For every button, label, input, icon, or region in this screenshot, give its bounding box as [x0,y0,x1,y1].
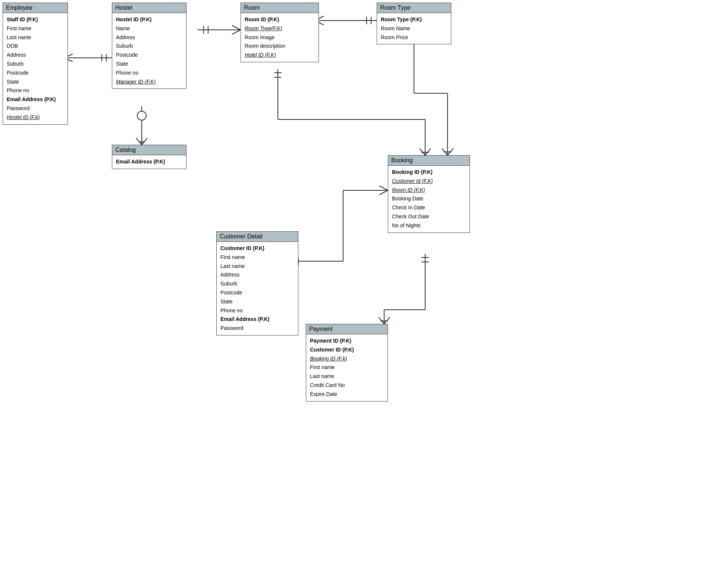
svg-point-7 [137,111,146,120]
customerdetail-entity: Customer Detail Customer ID (P.K) First … [216,231,298,335]
svg-line-29 [425,149,431,155]
room-field-hotelid: Hotel ID (F.K) [245,51,315,60]
hostel-field-managerid: Manager ID (F.K) [116,78,182,87]
employee-entity: Employee Staff ID (P.K) First name Last … [3,3,68,125]
booking-entity: Booking Booking ID (P.K) Customer Id (F.… [388,155,470,233]
catalog-field-email: Email Address (P.K) [116,157,182,166]
svg-line-35 [448,149,453,155]
payment-field-creditcard: Credit Card No [310,381,384,390]
booking-field-id: Booking ID (P.K) [392,168,466,177]
room-header: Room [241,3,318,13]
employee-field-phone: Phone no [7,86,64,95]
hostel-field-phone: Phone no [116,69,182,78]
hostel-field-suburb: Suburb [116,42,182,51]
room-field-type: Room Type(F.K) [245,24,315,33]
room-entity: Room Room ID (P.K) Room Type(F.K) Room I… [241,3,319,62]
booking-field-roomid: Room ID (F.K) [392,186,466,195]
customerdetail-field-suburb: Suburb [220,280,294,288]
room-field-image: Room Image [245,33,315,42]
payment-field-customerid: Customer ID (P.K) [310,346,384,355]
room-field-id: Room ID (P.K) [245,15,315,24]
payment-body: Payment ID (P.K) Customer ID (P.K) Booki… [306,334,387,401]
booking-field-bookingdate: Booking Date [392,194,466,203]
svg-line-51 [384,317,390,324]
booking-field-nights: No of Nights [392,221,466,230]
roomtype-field-name: Room Name [381,24,447,33]
payment-field-paymentid: Payment ID (P.K) [310,337,384,346]
svg-line-9 [142,138,147,145]
customerdetail-field-firstname: First name [220,253,294,262]
booking-header: Booking [388,156,470,166]
svg-line-43 [379,190,388,195]
svg-line-42 [379,186,388,190]
payment-field-bookingid: Booking ID (F.k) [310,355,384,363]
hostel-field-id: Hostel ID (P.K) [116,15,182,24]
svg-line-50 [379,317,384,324]
customerdetail-field-postcode: Postcode [220,288,294,297]
booking-field-checkin: Check In Date [392,203,466,212]
svg-line-34 [442,149,448,155]
svg-line-14 [232,25,241,30]
hostel-field-name: Name [116,24,182,33]
roomtype-entity: Room Type Room Type (P.K) Room Name Room… [377,3,451,44]
hostel-field-state: State [116,60,182,69]
hostel-entity: Hostel Hostel ID (P.K) Name Address Subu… [112,3,186,89]
customerdetail-field-lastname: Last name [220,262,294,271]
catalog-entity: Catalog Email Address (P.K) [112,145,186,169]
employee-body: Staff ID (P.K) First name Last name DOB … [3,13,68,124]
roomtype-field-price: Room Price [381,33,447,42]
customerdetail-body: Customer ID (P.K) First name Last name A… [217,242,298,335]
customerdetail-field-phone: Phone no [220,306,294,315]
employee-field-postcode: Postcode [7,69,64,78]
customerdetail-field-address: Address [220,271,294,280]
payment-field-lastname: Last name [310,372,384,381]
customerdetail-header: Customer Detail [217,232,298,242]
payment-entity: Payment Payment ID (P.K) Customer ID (P.… [306,324,388,402]
hostel-field-address: Address [116,33,182,42]
employee-field-lastname: Last name [7,33,64,42]
customerdetail-field-state: State [220,297,294,306]
catalog-header: Catalog [112,145,186,155]
employee-field-hostelid: Hostel ID (F.k) [7,113,64,122]
payment-field-expire: Expire Date [310,390,384,399]
employee-field-dob: DOB [7,42,64,51]
booking-field-checkout: Check Out Date [392,212,466,221]
hostel-header: Hostel [112,3,186,13]
payment-field-firstname: First name [310,363,384,372]
employee-field-staffid: Staff ID (P.K) [7,15,64,24]
room-body: Room ID (P.K) Room Type(F.K) Room Image … [241,13,318,62]
customerdetail-field-email: Email Address (P.K) [220,315,294,324]
employee-header: Employee [3,3,68,13]
employee-field-state: State [7,78,64,87]
employee-field-password: Password [7,104,64,113]
employee-field-email: Email Address (P.K) [7,95,64,104]
employee-field-firstname: First name [7,24,64,33]
customerdetail-field-password: Password [220,324,294,333]
employee-field-address: Address [7,51,64,60]
booking-body: Booking ID (P.K) Customer Id (F.K) Room … [388,166,470,232]
room-field-description: Room description [245,42,315,51]
roomtype-body: Room Type (P.K) Room Name Room Price [377,13,451,44]
catalog-body: Email Address (P.K) [112,155,186,169]
booking-field-customerid: Customer Id (F.K) [392,177,466,186]
customerdetail-field-id: Customer ID (P.K) [220,244,294,253]
hostel-body: Hostel ID (P.K) Name Address Suburb Post… [112,13,186,88]
payment-header: Payment [306,324,387,334]
svg-line-28 [420,149,425,155]
employee-field-suburb: Suburb [7,60,64,69]
roomtype-header: Room Type [377,3,451,13]
roomtype-field-type: Room Type (P.K) [381,15,447,24]
svg-line-8 [136,138,142,145]
hostel-field-postcode: Postcode [116,51,182,60]
svg-line-15 [232,30,241,34]
